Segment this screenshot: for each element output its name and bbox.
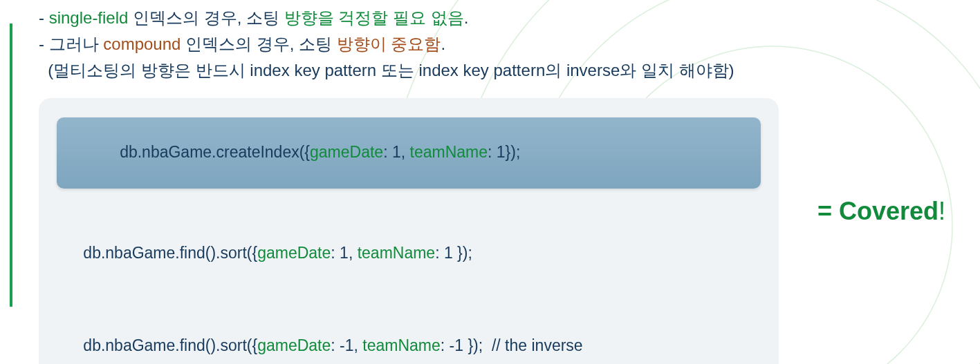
field-gameDate: gameDate [257,336,331,354]
code-panel: db.nbaGame.createIndex({gameDate: 1, tea… [39,98,779,364]
query-line-2: db.nbaGame.find().sort({gameDate: -1, te… [57,300,761,364]
covered-callout: = Covered! [817,197,945,226]
create-index-code: db.nbaGame.createIndex({gameDate: 1, tea… [84,128,733,176]
code-text: db.nbaGame.find().sort({ [83,336,257,354]
covered-label: = Covered [817,197,939,225]
code-text: : 1, [331,244,357,262]
text: - [39,8,49,27]
slide-content: - single-field 인덱스의 경우, 소팅 방향을 걱정할 필요 없음… [0,0,980,364]
code-text: : -1, [331,336,362,354]
emphasis-direction-important: 방향이 중요함 [337,35,441,53]
field-gameDate: gameDate [310,143,383,161]
emphasis-compound: compound [103,35,181,53]
field-teamName: teamName [358,244,435,262]
emphasis-direction-ok: 방향을 걱정할 필요 없음 [284,8,464,27]
field-teamName: teamName [410,143,488,161]
bullet-line-1: - single-field 인덱스의 경우, 소팅 방향을 걱정할 필요 없음… [39,6,980,30]
query-line-1: db.nbaGame.find().sort({gameDate: 1, tea… [57,207,761,300]
covered-exclamation: ! [939,197,945,225]
field-gameDate: gameDate [257,244,331,262]
text: . [464,8,469,27]
text: 인덱스의 경우, 소팅 [128,8,284,27]
field-teamName: teamName [362,336,440,354]
code-text: : 1, [383,143,409,161]
text: 인덱스의 경우, 소팅 [181,35,336,53]
text: - 그러나 [39,35,103,53]
text: . [441,35,445,53]
bullet-list: - single-field 인덱스의 경우, 소팅 방향을 걱정할 필요 없음… [39,6,980,83]
bullet-line-2: - 그러나 compound 인덱스의 경우, 소팅 방향이 중요함. [39,32,980,57]
code-text: : 1 }); [435,244,472,262]
code-text: : -1 }); // the inverse [441,336,583,354]
quote-bar [10,23,12,307]
create-index-box: db.nbaGame.createIndex({gameDate: 1, tea… [57,117,761,189]
bullet-line-3: (멀티소팅의 방향은 반드시 index key pattern 또는 inde… [39,58,980,83]
code-text: : 1}); [488,143,520,161]
emphasis-single-field: single-field [49,8,129,27]
code-text: db.nbaGame.find().sort({ [83,244,257,262]
code-text: db.nbaGame.createIndex({ [120,143,310,161]
